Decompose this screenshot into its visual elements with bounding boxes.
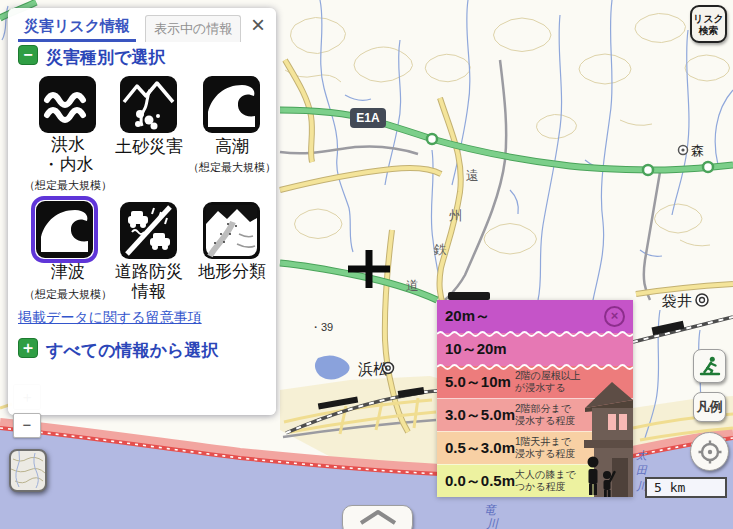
road-disaster-label: 道路防災 情報 (108, 262, 190, 302)
storm-surge-note: （想定最大規模） (184, 160, 280, 175)
flood-depth-house-illustration (578, 372, 633, 497)
zoom-out-button[interactable]: − (13, 413, 41, 438)
landslide-label: 土砂災害 (108, 137, 190, 157)
terrain-class-label: 地形分類 (191, 262, 273, 282)
terrain-classification-icon (203, 202, 260, 259)
legend-range: 20m～ (445, 307, 490, 326)
storm-surge-hazard-button[interactable] (203, 76, 260, 133)
current-location-button[interactable] (690, 432, 729, 471)
tsunami-icon (36, 201, 93, 258)
svg-text:遠: 遠 (466, 168, 479, 183)
risk-search-label: リスク (692, 13, 725, 25)
tab-disaster-risk-info[interactable]: 災害リスク情報 (18, 13, 136, 42)
flood-note: （想定最大規模） (20, 178, 116, 193)
compass-target-icon (697, 439, 723, 465)
expand-plus-icon[interactable]: ＋ (18, 338, 38, 358)
svg-text:袋井: 袋井 (662, 292, 692, 309)
tsunami-hazard-button[interactable] (36, 201, 93, 258)
svg-text:森: 森 (691, 143, 704, 158)
terrain-class-button[interactable] (203, 202, 260, 259)
svg-text:州: 州 (449, 208, 462, 223)
elevation-point-label: ・39 (310, 321, 333, 333)
svg-text:竜: 竜 (484, 503, 497, 517)
evacuation-site-button[interactable] (693, 349, 726, 383)
flood-icon (39, 76, 96, 133)
legend-toggle-button[interactable]: 凡例 (693, 392, 726, 422)
legend-row: 10～20m (437, 333, 633, 366)
collapse-minus-icon[interactable]: − (18, 45, 38, 65)
svg-text:E1A: E1A (356, 111, 380, 125)
wave-separator (437, 330, 633, 337)
legend-desc: 2階部分まで浸水する程度 (515, 403, 575, 427)
svg-text:道: 道 (406, 278, 419, 293)
legend-desc: 2階の屋根以上が浸水する (515, 370, 581, 394)
legend-range: 3.0～5.0m (445, 406, 515, 425)
chevron-up-icon (353, 506, 403, 528)
legend-desc: 大人の膝までつかる程度 (515, 469, 576, 493)
storm-surge-label: 高潮 (191, 137, 273, 157)
tsunami-label: 津波 (27, 262, 109, 282)
landslide-icon (120, 76, 177, 133)
legend-range: 0.0～0.5m (445, 472, 515, 491)
legend-close-icon[interactable]: × (604, 306, 625, 327)
running-person-icon (698, 354, 722, 378)
minimap-thumbnail (11, 451, 45, 490)
risk-search-label: 検索 (692, 25, 725, 37)
wave-separator (437, 363, 633, 370)
legend-range: 5.0～10m (445, 373, 511, 392)
expressway-badge: E1A (350, 108, 386, 128)
svg-text:浜松: 浜松 (358, 360, 388, 377)
road-disaster-icon (120, 202, 177, 259)
data-notes-link[interactable]: 掲載データに関する留意事項 (18, 309, 202, 327)
tsunami-depth-legend: × 20m～ 10～20m 5.0～10m 2階の屋根以上が浸水する 3.0～5… (437, 300, 633, 497)
close-icon[interactable]: × (251, 12, 265, 38)
section-title-all-info: すべての情報から選択 (46, 339, 218, 362)
road-disaster-button[interactable] (120, 202, 177, 259)
svg-text:川: 川 (486, 517, 499, 529)
svg-text:田: 田 (636, 464, 648, 476)
svg-text:鉄: 鉄 (433, 242, 447, 257)
flood-label: 洪水 ・内水 (27, 135, 109, 175)
scale-bar: 5 km (645, 477, 727, 498)
section-title-by-type: 災害種別で選択 (46, 46, 165, 69)
storm-surge-icon (203, 76, 260, 133)
tab-displayed-info[interactable]: 表示中の情報 (145, 15, 241, 42)
city-marker-fukuroi: 袋井 (662, 292, 708, 309)
collapse-bottom-bar-button[interactable] (342, 505, 413, 529)
legend-desc: 1階天井まで浸水する程度 (515, 436, 575, 460)
svg-text:太: 太 (636, 449, 648, 461)
legend-range: 0.5～3.0m (445, 439, 515, 458)
tsunami-note: （想定最大規模） (20, 287, 116, 302)
risk-search-button[interactable]: リスク 検索 (690, 5, 727, 43)
landslide-hazard-button[interactable] (120, 76, 177, 133)
disaster-risk-panel: 災害リスク情報 表示中の情報 × − 災害種別で選択 (8, 8, 276, 415)
app-window: E1A 浜松 袋井 森 ・39 遠 州 鉄 道 (0, 0, 733, 529)
flood-hazard-button[interactable] (39, 76, 96, 133)
overview-minimap-button[interactable] (9, 449, 47, 492)
legend-range: 10～20m (445, 340, 507, 359)
